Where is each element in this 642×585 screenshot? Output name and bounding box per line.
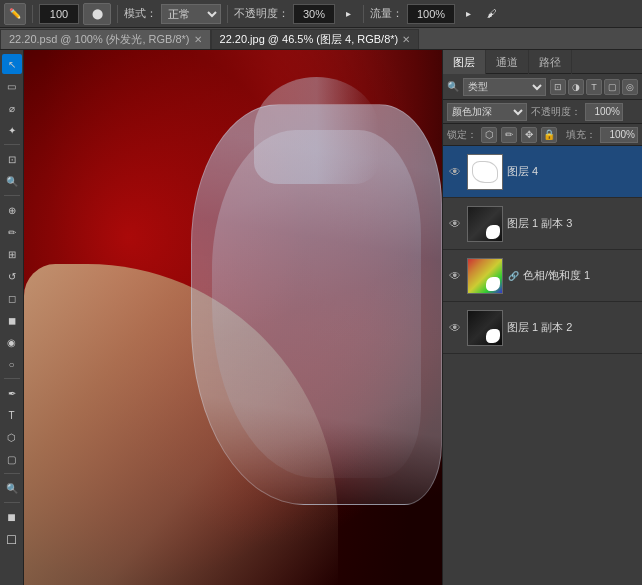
eraser-tool[interactable]: ◻ [2,288,22,308]
layer-huesat-link[interactable]: 🔗 [507,268,519,284]
layer-copy3-info: 图层 1 副本 3 [507,216,638,231]
shape-tool[interactable]: ▢ [2,449,22,469]
tab-paths[interactable]: 路径 [529,50,572,74]
rect-select-tool[interactable]: ▭ [2,76,22,96]
separator-3 [227,5,228,23]
background-color[interactable]: □ [2,529,22,549]
layer-copy3-visibility[interactable]: 👁 [447,216,463,232]
layer-4-visibility[interactable]: 👁 [447,164,463,180]
layer-huesat-info: 色相/饱和度 1 [523,268,638,283]
separator-2 [117,5,118,23]
filter-type-icon[interactable]: T [586,79,602,95]
path-tool[interactable]: ⬡ [2,427,22,447]
layer-copy3-name: 图层 1 副本 3 [507,216,638,231]
separator-4 [363,5,364,23]
tab-layers[interactable]: 图层 [443,50,486,74]
layer-huesat-visibility[interactable]: 👁 [447,268,463,284]
opacity-input[interactable] [293,4,335,24]
filter-smart-icon[interactable]: ◎ [622,79,638,95]
layer-copy2-name: 图层 1 副本 2 [507,320,638,335]
lock-all-btn[interactable]: 🔒 [541,127,557,143]
lasso-tool[interactable]: ⌀ [2,98,22,118]
tab-jpg[interactable]: 22.20.jpg @ 46.5% (图层 4, RGB/8*) ✕ [211,29,420,49]
tab-jpg-label: 22.20.jpg @ 46.5% (图层 4, RGB/8*) [220,32,399,47]
filter-shape-icon[interactable]: ▢ [604,79,620,95]
layer-item-copy2[interactable]: 👁 图层 1 副本 2 [443,302,642,354]
filter-pixel-icon[interactable]: ⊡ [550,79,566,95]
layer-item-huesat[interactable]: 👁 🔗 色相/饱和度 1 [443,250,642,302]
lock-paint-btn[interactable]: ✏ [501,127,517,143]
layer-blend-select[interactable]: 颜色加深 [447,103,527,121]
layer-4-info: 图层 4 [507,164,638,179]
opacity-label: 不透明度： [531,105,581,119]
tab-psd[interactable]: 22.20.psd @ 100% (外发光, RGB/8*) ✕ [0,29,211,49]
layer-item-copy3[interactable]: 👁 图层 1 副本 3 [443,198,642,250]
brush-tool-icon[interactable]: ✏️ [4,3,26,25]
tool-sep-5 [4,502,20,503]
fill-input[interactable] [600,127,638,143]
layer-huesat-name: 色相/饱和度 1 [523,268,638,283]
foreground-color[interactable]: ■ [2,507,22,527]
main-area: ↖ ▭ ⌀ ✦ ⊡ 🔍 ⊕ ✏ ⊞ ↺ ◻ ◼ ◉ ○ ✒ T ⬡ ▢ 🔍 ■ … [0,50,642,585]
zoom-tool[interactable]: 🔍 [2,478,22,498]
layers-filter: 🔍 类型 ⊡ ◑ T ▢ ◎ [443,74,642,100]
tab-psd-label: 22.20.psd @ 100% (外发光, RGB/8*) [9,32,190,47]
dodge-tool[interactable]: ○ [2,354,22,374]
layer-copy2-thumb [467,310,503,346]
tool-sep-3 [4,378,20,379]
gradient-tool[interactable]: ◼ [2,310,22,330]
tool-sep-1 [4,144,20,145]
tab-bar: 22.20.psd @ 100% (外发光, RGB/8*) ✕ 22.20.j… [0,28,642,50]
filter-icons: ⊡ ◑ T ▢ ◎ [550,79,638,95]
spot-heal-tool[interactable]: ⊕ [2,200,22,220]
brush-size-input[interactable] [39,4,79,24]
tab-channels[interactable]: 通道 [486,50,529,74]
opacity-icon[interactable]: ▸ [339,3,357,25]
flow-label: 流量： [370,6,403,21]
layer-copy2-visibility[interactable]: 👁 [447,320,463,336]
panel-tabs: 图层 通道 路径 [443,50,642,74]
flow-icon[interactable]: ▸ [459,3,477,25]
lock-move-btn[interactable]: ✥ [521,127,537,143]
layer-4-thumb [467,154,503,190]
layer-copy2-info: 图层 1 副本 2 [507,320,638,335]
tool-sep-4 [4,473,20,474]
brush-picker-icon[interactable]: ⬤ [83,3,111,25]
history-brush-tool[interactable]: ↺ [2,266,22,286]
pen-tool[interactable]: ✒ [2,383,22,403]
tab-psd-close[interactable]: ✕ [194,34,202,45]
opacity-label: 不透明度： [234,6,289,21]
mode-label: 模式： [124,6,157,21]
layer-huesat-thumb [467,258,503,294]
separator-1 [32,5,33,23]
canvas-area [24,50,442,585]
canvas-background [24,50,442,585]
stamp-tool[interactable]: ⊞ [2,244,22,264]
layer-copy3-thumb [467,206,503,242]
filter-type-select[interactable]: 类型 [463,78,546,96]
layer-item-4[interactable]: 👁 图层 4 [443,146,642,198]
lock-label: 锁定： [447,128,477,142]
move-tool[interactable]: ↖ [2,54,22,74]
blend-mode-row: 颜色加深 不透明度： [443,100,642,124]
left-toolbar: ↖ ▭ ⌀ ✦ ⊡ 🔍 ⊕ ✏ ⊞ ↺ ◻ ◼ ◉ ○ ✒ T ⬡ ▢ 🔍 ■ … [0,50,24,585]
eyedropper-tool[interactable]: 🔍 [2,171,22,191]
brush-tool[interactable]: ✏ [2,222,22,242]
canvas-content [24,50,442,585]
tab-jpg-close[interactable]: ✕ [402,34,410,45]
layers-list: 👁 图层 4 👁 图层 1 副本 3 [443,146,642,585]
search-icon[interactable]: 🔍 [447,81,459,92]
blend-mode-select[interactable]: 正常 [161,4,221,24]
layer-4-name: 图层 4 [507,164,638,179]
lock-row: 锁定： ⬡ ✏ ✥ 🔒 填充： [443,124,642,146]
flow-input[interactable] [407,4,455,24]
layer-opacity-input[interactable] [585,103,623,121]
magic-wand-tool[interactable]: ✦ [2,120,22,140]
crop-tool[interactable]: ⊡ [2,149,22,169]
filter-adj-icon[interactable]: ◑ [568,79,584,95]
airbrush-icon[interactable]: 🖌 [481,3,503,25]
text-tool[interactable]: T [2,405,22,425]
right-panel: 图层 通道 路径 🔍 类型 ⊡ ◑ T ▢ ◎ 颜色加深 不透明度： [442,50,642,585]
blur-tool[interactable]: ◉ [2,332,22,352]
lock-transparent-btn[interactable]: ⬡ [481,127,497,143]
